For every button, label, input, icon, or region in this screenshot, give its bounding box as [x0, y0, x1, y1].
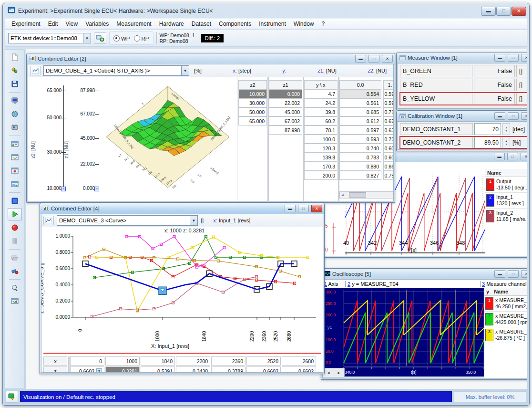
calibration-minimize-button[interactable]: ▬: [494, 112, 505, 120]
ce4-maximize-button[interactable]: □: [298, 205, 309, 212]
window-arrange-icon[interactable]: [8, 151, 22, 164]
table-cell[interactable]: 0.597: [339, 126, 381, 135]
table-cell[interactable]: 0.612: [339, 116, 381, 126]
channel-row-measure_t04[interactable]: 1x MEASURE_T0446.250 [ mm2,: [484, 296, 527, 312]
table-cell[interactable]: 0.59: [383, 98, 394, 107]
table-cell[interactable]: 200.0: [304, 171, 338, 180]
ce2-variable-combo[interactable]: DEMO_CUBE_4_1 <Cube4( STD_AXIS )>▼: [43, 65, 189, 76]
table-cell[interactable]: 87.998: [269, 126, 302, 135]
menu-item-dataset[interactable]: Dataset: [188, 20, 215, 28]
ce4-minimize-button[interactable]: ▬: [285, 205, 296, 212]
channel-row-input_2[interactable]: 3Input_211.65 [ ms/re...: [485, 209, 527, 224]
ce4-variable-combo[interactable]: DEMO_CURVE_3 <Curve>▼: [57, 215, 198, 226]
table-cell[interactable]: 0.554: [339, 89, 381, 98]
table-cell-z[interactable]: 0.6602: [246, 366, 281, 373]
table-cell[interactable]: 0.66: [383, 162, 394, 171]
component-icon[interactable]: [8, 295, 22, 307]
calibration-close-button[interactable]: ✕: [521, 112, 527, 120]
menu-item-help[interactable]: ?: [318, 20, 329, 28]
table-cell-z[interactable]: 0.3281: [105, 366, 140, 373]
measure-row-b_red[interactable]: B_REDFalse[]: [400, 79, 527, 91]
monitor-icon[interactable]: [8, 94, 22, 107]
horizontal-scrollbar[interactable]: ◄►: [339, 191, 394, 199]
table-cell[interactable]: 0.593: [339, 135, 381, 144]
table-cell[interactable]: 0.880: [339, 162, 381, 171]
table-cell[interactable]: 170.3: [304, 162, 338, 171]
table-cell[interactable]: 24.2: [304, 98, 338, 107]
cell-dropdown-icon[interactable]: ▼: [96, 368, 102, 373]
measure-value[interactable]: False: [474, 65, 515, 77]
table-cell[interactable]: 22.002: [269, 98, 302, 107]
table-header[interactable]: y \ x: [304, 80, 338, 89]
device-config-button[interactable]: [94, 32, 106, 44]
measure-maximize-button[interactable]: □: [508, 54, 519, 62]
table-cell[interactable]: 100.0: [304, 135, 338, 144]
recorder-status-icon[interactable]: [6, 391, 18, 403]
display-icon[interactable]: [8, 195, 22, 207]
table-cell[interactable]: 0.827: [339, 171, 381, 180]
table-cell[interactable]: 0.67: [383, 116, 394, 126]
menu-item-instrument[interactable]: Instrument: [255, 20, 290, 28]
measure-row-b_yellow[interactable]: B_YELLOWFalse[]: [400, 93, 527, 105]
menu-item-components[interactable]: Components: [215, 20, 255, 28]
table-cell[interactable]: 39.8: [304, 107, 338, 116]
ce2-minimize-button[interactable]: ▬: [355, 55, 366, 63]
calibration-row-demo_constant_1[interactable]: DEMO_CONSTANT_170▲▼[dec]: [400, 123, 527, 135]
osc5-maximize-button[interactable]: □: [508, 270, 519, 278]
table-cell[interactable]: 65.000: [238, 116, 267, 126]
hardware-globe-icon[interactable]: [8, 108, 22, 120]
table-cell[interactable]: 0.740: [339, 144, 381, 153]
ce2-titlebar[interactable]: Combined Editor [2] ▬ □ ✕: [27, 53, 395, 64]
calibration-name[interactable]: DEMO_CONSTANT_1: [400, 123, 473, 135]
new-experiment-icon[interactable]: [8, 51, 22, 63]
table-cell[interactable]: 78.1: [304, 126, 338, 135]
window-layout-icon[interactable]: [8, 178, 22, 190]
ce2-maximize-button[interactable]: □: [368, 55, 379, 63]
menu-item-hardware[interactable]: Hardware: [155, 20, 188, 28]
menu-item-measurement[interactable]: Measurement: [113, 20, 155, 28]
table-cell-z[interactable]: 0.3789: [211, 366, 246, 373]
channel-row-output[interactable]: 1Output-13.50 [ degr...: [485, 177, 527, 193]
menu-item-experiment[interactable]: Experiment: [8, 20, 44, 28]
scroll-left-icon[interactable]: ◄: [327, 371, 330, 375]
oscmid-minimize-button[interactable]: ▬: [494, 153, 505, 160]
close-button[interactable]: ✕: [512, 7, 526, 16]
table-header[interactable]: 0.0: [339, 80, 381, 89]
measure-channel-tab[interactable]: 3 Measure channel: [480, 281, 527, 287]
measure-value[interactable]: False: [474, 79, 515, 91]
ce2-close-button[interactable]: ✕: [382, 55, 393, 63]
radio-wp[interactable]: WP: [113, 34, 130, 42]
table-cell[interactable]: 120.3: [304, 144, 338, 153]
measure-name[interactable]: B_RED: [400, 79, 472, 91]
key-manager-icon[interactable]: [8, 64, 22, 77]
table-cell-x[interactable]: 1000: [105, 356, 140, 366]
calibration-name[interactable]: DEMO_CONSTANT_2: [400, 136, 473, 148]
table-header[interactable]: z1: [269, 80, 302, 89]
table-cell[interactable]: 45.000: [269, 107, 302, 116]
measure-close-button[interactable]: ✕: [521, 54, 527, 62]
calibration-maximize-button[interactable]: □: [508, 112, 519, 120]
menu-item-window[interactable]: Window: [290, 20, 318, 28]
table-cell-x[interactable]: 2200: [176, 356, 210, 366]
table-cell-x[interactable]: 2520: [246, 356, 281, 366]
table-cell-z[interactable]: 0.3438: [176, 366, 210, 373]
table-cell[interactable]: 10.000: [238, 89, 267, 98]
ce4-graph-icon[interactable]: [43, 216, 54, 225]
chevron-down-icon[interactable]: ▼: [190, 216, 197, 225]
table-cell[interactable]: 60.2: [304, 116, 338, 126]
calibration-titlebar[interactable]: 10 Calibration Window [1] ▬ □ ✕: [397, 111, 527, 122]
table-cell[interactable]: 0.60: [383, 144, 394, 153]
start-visualization-icon[interactable]: [8, 208, 22, 220]
y-channel-tab[interactable]: 2 y = MEASURE_T04: [345, 281, 480, 287]
table-cell[interactable]: 0.685: [339, 107, 381, 116]
minimize-button[interactable]: ▬: [481, 7, 496, 16]
table-cell[interactable]: 0.71: [383, 107, 394, 116]
table-cell[interactable]: 0.60: [383, 153, 394, 162]
table-cell[interactable]: 30.000: [238, 98, 267, 107]
table-cell-z[interactable]: 0.5391: [141, 366, 175, 373]
ecu-device-icon[interactable]: [8, 121, 22, 134]
spinner-control[interactable]: ▲▼: [502, 123, 510, 135]
measure-value[interactable]: False: [474, 93, 515, 105]
channel-row-measure_t05[interactable]: 2x MEASURE_T054425.000 [ rpm: [484, 312, 527, 327]
channel-row-measure_t06[interactable]: 3x MEASURE_T06-26.875 [ °C ]: [484, 327, 527, 343]
